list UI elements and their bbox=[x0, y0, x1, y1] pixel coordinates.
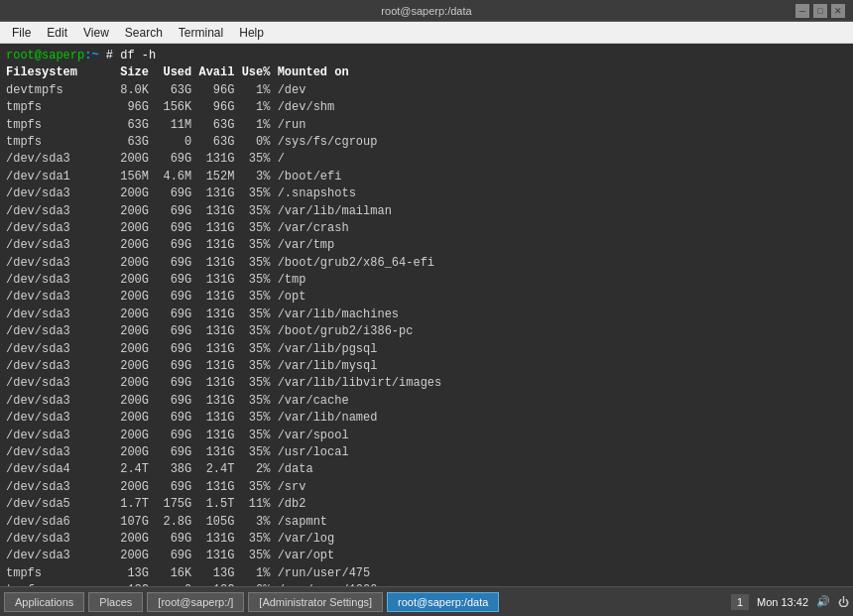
df-row-0: devtmpfs 8.0K 63G 96G 1% /dev bbox=[6, 82, 847, 99]
df-row-21: /dev/sda3 200G 69G 131G 35% /usr/local bbox=[6, 444, 847, 461]
df-row-19: /dev/sda3 200G 69G 131G 35% /var/lib/nam… bbox=[6, 410, 847, 427]
taskbar-workspace-indicator[interactable]: 1 bbox=[731, 594, 749, 610]
df-row-5: /dev/sda1 156M 4.6M 152M 3% /boot/efi bbox=[6, 169, 847, 185]
taskbar-clock: Mon 13:42 bbox=[757, 596, 808, 608]
power-icon[interactable]: ⏻ bbox=[838, 596, 849, 608]
df-row-20: /dev/sda3 200G 69G 131G 35% /var/spool bbox=[6, 428, 847, 444]
df-row-17: /dev/sda3 200G 69G 131G 35% /var/lib/lib… bbox=[6, 375, 847, 392]
df-row-28: tmpfs 13G 16K 13G 1% /run/user/475 bbox=[6, 565, 847, 582]
df-row-14: /dev/sda3 200G 69G 131G 35% /boot/grub2/… bbox=[6, 323, 847, 340]
taskbar: Applications Places [root@saperp:/] [Adm… bbox=[0, 586, 853, 616]
df-row-24: /dev/sda5 1.7T 175G 1.5T 11% /db2 bbox=[6, 496, 847, 513]
title-bar: root@saperp:/data ─ □ ✕ bbox=[0, 0, 853, 22]
df-row-10: /dev/sda3 200G 69G 131G 35% /boot/grub2/… bbox=[6, 255, 847, 272]
taskbar-right: 1 Mon 13:42 🔊 ⏻ bbox=[731, 594, 849, 610]
df-row-23: /dev/sda3 200G 69G 131G 35% /srv bbox=[6, 479, 847, 496]
df-row-27: /dev/sda3 200G 69G 131G 35% /var/opt bbox=[6, 548, 847, 564]
menu-search[interactable]: Search bbox=[117, 24, 171, 42]
maximize-button[interactable]: □ bbox=[813, 4, 827, 18]
volume-icon[interactable]: 🔊 bbox=[816, 595, 830, 608]
df-row-2: tmpfs 63G 11M 63G 1% /run bbox=[6, 117, 847, 134]
taskbar-places[interactable]: Places bbox=[88, 592, 143, 612]
prompt-path-1: :~ bbox=[84, 48, 98, 64]
menu-help[interactable]: Help bbox=[231, 24, 272, 42]
menu-bar: File Edit View Search Terminal Help bbox=[0, 22, 853, 44]
command-line-1: root@saperp:~ # df -h bbox=[6, 48, 847, 64]
df-row-9: /dev/sda3 200G 69G 131G 35% /var/tmp bbox=[6, 237, 847, 254]
df-row-15: /dev/sda3 200G 69G 131G 35% /var/lib/pgs… bbox=[6, 341, 847, 358]
cmd-1: # df -h bbox=[106, 48, 156, 64]
df-row-7: /dev/sda3 200G 69G 131G 35% /var/lib/mai… bbox=[6, 203, 847, 220]
df-row-18: /dev/sda3 200G 69G 131G 35% /var/cache bbox=[6, 393, 847, 410]
menu-terminal[interactable]: Terminal bbox=[171, 24, 231, 42]
window-controls: ─ □ ✕ bbox=[795, 4, 845, 18]
minimize-button[interactable]: ─ bbox=[795, 4, 809, 18]
df-row-26: /dev/sda3 200G 69G 131G 35% /var/log bbox=[6, 531, 847, 548]
df-row-8: /dev/sda3 200G 69G 131G 35% /var/crash bbox=[6, 220, 847, 237]
df-row-25: /dev/sda6 107G 2.8G 105G 3% /sapmnt bbox=[6, 514, 847, 531]
terminal-output[interactable]: root@saperp:~ # df -h Filesystem Size Us… bbox=[0, 44, 853, 586]
df-row-6: /dev/sda3 200G 69G 131G 35% /.snapshots bbox=[6, 185, 847, 202]
df-row-12: /dev/sda3 200G 69G 131G 35% /opt bbox=[6, 289, 847, 306]
df-row-22: /dev/sda4 2.4T 38G 2.4T 2% /data bbox=[6, 461, 847, 478]
menu-edit[interactable]: Edit bbox=[39, 24, 75, 42]
df-row-16: /dev/sda3 200G 69G 131G 35% /var/lib/mys… bbox=[6, 358, 847, 375]
df-row-13: /dev/sda3 200G 69G 131G 35% /var/lib/mac… bbox=[6, 307, 847, 323]
close-button[interactable]: ✕ bbox=[831, 4, 845, 18]
taskbar-terminal-1[interactable]: [root@saperp:/] bbox=[147, 592, 244, 612]
menu-file[interactable]: File bbox=[4, 24, 39, 42]
taskbar-admin-settings[interactable]: [Administrator Settings] bbox=[248, 592, 383, 612]
window-title: root@saperp:/data bbox=[58, 5, 795, 17]
taskbar-terminal-2[interactable]: root@saperp:/data bbox=[387, 592, 499, 612]
taskbar-applications[interactable]: Applications bbox=[4, 592, 84, 612]
df-row-11: /dev/sda3 200G 69G 131G 35% /tmp bbox=[6, 272, 847, 289]
df-row-3: tmpfs 63G 0 63G 0% /sys/fs/cgroup bbox=[6, 134, 847, 151]
menu-view[interactable]: View bbox=[75, 24, 117, 42]
prompt-user-1: root@saperp bbox=[6, 48, 84, 64]
df-header: Filesystem Size Used Avail Use% Mounted … bbox=[6, 64, 847, 81]
df-row-1: tmpfs 96G 156K 96G 1% /dev/shm bbox=[6, 99, 847, 116]
df-row-4: /dev/sda3 200G 69G 131G 35% / bbox=[6, 151, 847, 168]
